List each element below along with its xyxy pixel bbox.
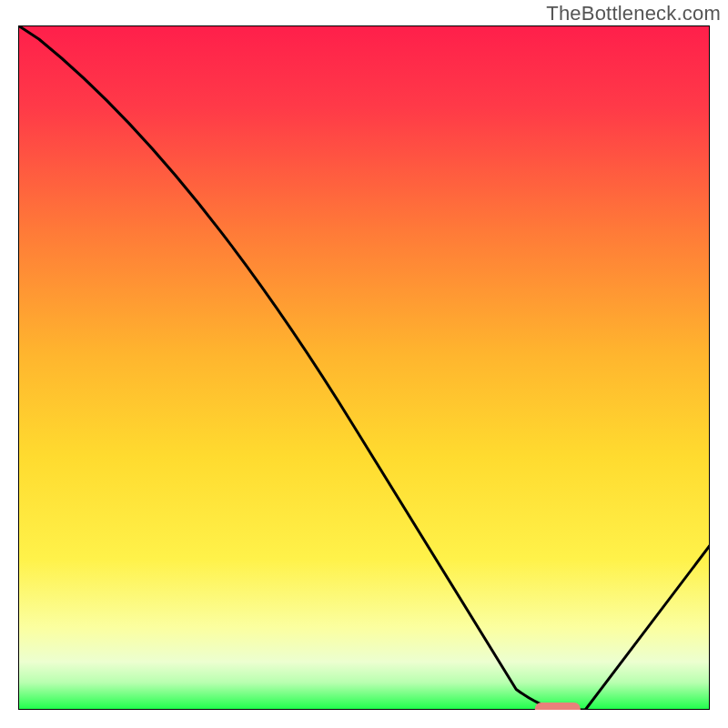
optimal-marker	[535, 703, 581, 710]
gradient-background	[18, 25, 710, 710]
bottleneck-chart	[18, 25, 710, 710]
watermark-text: TheBottleneck.com	[546, 2, 721, 25]
chart-plot-area	[18, 25, 710, 710]
chart-container: TheBottleneck.com	[0, 0, 728, 728]
